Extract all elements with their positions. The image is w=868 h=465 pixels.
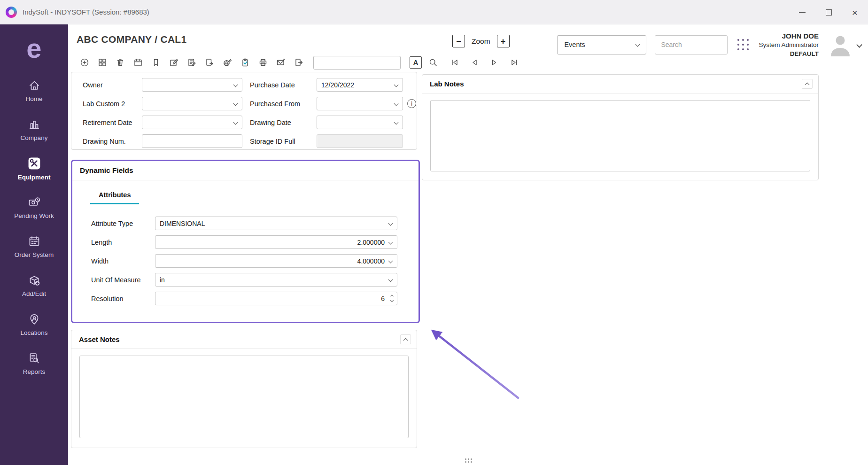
sidebar-item-locations[interactable]: Locations xyxy=(0,305,68,344)
copy-layout-icon xyxy=(98,58,107,67)
bookmark-icon xyxy=(151,58,161,67)
doc-transfer-button[interactable] xyxy=(202,56,216,70)
resolution-spinner[interactable]: 6 xyxy=(155,292,397,305)
bookmark-button[interactable] xyxy=(149,56,163,70)
print-icon xyxy=(258,58,268,67)
toolbar-search-button[interactable] xyxy=(426,56,440,70)
memo-edit-button[interactable] xyxy=(185,56,198,70)
sidebar: e Home Company Equipment xyxy=(0,24,68,465)
quick-filter-input[interactable] xyxy=(313,56,401,70)
sidebar-item-equipment[interactable]: Equipment xyxy=(0,149,68,188)
tab-attributes[interactable]: Attributes xyxy=(90,191,139,204)
minimize-button[interactable] xyxy=(789,0,815,24)
dynamic-fields-panel: Dynamic Fields Attributes Attribute Type… xyxy=(71,160,420,323)
field-label-drawing-num: Drawing Num. xyxy=(83,138,142,145)
delete-button[interactable] xyxy=(113,56,127,70)
nav-next-button[interactable] xyxy=(487,56,501,70)
asset-notes-title: Asset Notes xyxy=(79,335,120,343)
maximize-button[interactable] xyxy=(815,0,842,24)
asset-notes-collapse-button[interactable] xyxy=(400,334,411,344)
search-input[interactable] xyxy=(655,35,728,54)
sidebar-item-pending-work[interactable]: Pending Work xyxy=(0,188,68,227)
spinner-buttons[interactable] xyxy=(391,295,393,302)
reports-icon xyxy=(28,352,40,364)
zoom-in-button[interactable]: + xyxy=(497,35,510,47)
purchase-date-select[interactable]: 12/20/2022 xyxy=(317,78,403,92)
lab-custom-2-select[interactable] xyxy=(142,97,242,110)
owner-select[interactable] xyxy=(142,78,242,92)
sidebar-item-label: Locations xyxy=(21,329,48,336)
chevron-down-icon xyxy=(394,120,399,125)
info-icon[interactable]: i xyxy=(407,99,416,108)
attribute-type-select[interactable]: DIMENSIONAL xyxy=(155,217,397,230)
drawing-num-input[interactable] xyxy=(142,134,242,148)
export-doc-button[interactable] xyxy=(292,56,305,70)
user-menu[interactable] xyxy=(827,33,861,56)
user-info: JOHN DOE System Administrator DEFAULT xyxy=(759,31,819,59)
pending-work-icon xyxy=(28,196,40,209)
indysoft-logo-icon xyxy=(6,7,17,18)
nav-prev-icon xyxy=(470,58,479,67)
chevron-up-icon xyxy=(390,294,394,298)
purchased-from-select[interactable] xyxy=(317,97,403,110)
delete-icon xyxy=(116,58,125,67)
sidebar-item-order-system[interactable]: Order System xyxy=(0,227,68,266)
record-navigation xyxy=(448,56,520,70)
chevron-down-icon xyxy=(636,42,640,46)
events-dropdown[interactable]: Events xyxy=(557,35,646,54)
sidebar-item-label: Pending Work xyxy=(14,212,54,219)
asset-notes-textarea[interactable] xyxy=(79,356,409,438)
sidebar-item-company[interactable]: Company xyxy=(0,110,68,149)
window-title: IndySoft - INDYSOFT (Session: #89683) xyxy=(23,8,149,16)
dynamic-fields-tabs: Attributes xyxy=(90,191,418,204)
edit-button[interactable] xyxy=(167,56,180,70)
attribute-type-row: Attribute Type DIMENSIONAL xyxy=(91,217,418,230)
field-label-width: Width xyxy=(91,257,155,265)
splitter-grip[interactable] xyxy=(465,458,472,463)
sidebar-item-home[interactable]: Home xyxy=(0,71,68,110)
text-style-toggle-button[interactable]: A xyxy=(410,56,422,69)
locations-icon xyxy=(28,313,40,326)
zoom-out-button[interactable]: − xyxy=(452,35,465,47)
lab-notes-textarea[interactable] xyxy=(430,100,810,171)
chevron-down-icon xyxy=(388,240,393,245)
nav-last-button[interactable] xyxy=(507,56,520,70)
add-record-button[interactable] xyxy=(78,56,91,70)
chevron-down-icon xyxy=(390,299,394,302)
resolution-row: Resolution 6 xyxy=(91,292,418,305)
events-dropdown-value: Events xyxy=(564,41,585,48)
calendar-event-icon xyxy=(133,58,143,67)
copy-layout-button[interactable] xyxy=(95,56,109,70)
print-button[interactable] xyxy=(256,56,270,70)
lab-notes-collapse-button[interactable] xyxy=(802,79,813,89)
unit-of-measure-select[interactable]: in xyxy=(155,273,397,287)
sidebar-item-reports[interactable]: Reports xyxy=(0,344,68,383)
width-select[interactable]: 4.000000 xyxy=(155,254,397,268)
drawing-date-select[interactable] xyxy=(317,116,403,129)
nav-first-button[interactable] xyxy=(448,56,461,70)
field-label-lab-custom-2: Lab Custom 2 xyxy=(83,100,142,108)
unit-of-measure-value: in xyxy=(160,276,165,284)
clipboard-check-button[interactable] xyxy=(238,56,252,70)
chevron-down-icon xyxy=(394,101,399,106)
field-label-storage-id-full: Storage ID Full xyxy=(242,138,317,145)
chevron-down-icon xyxy=(388,259,393,264)
app-grid-icon[interactable] xyxy=(736,38,750,52)
chevron-down-icon xyxy=(233,101,238,106)
order-system-icon xyxy=(28,235,40,248)
retirement-date-select[interactable] xyxy=(142,116,242,129)
nav-prev-button[interactable] xyxy=(467,56,481,70)
resolution-value: 6 xyxy=(381,295,385,302)
zoom-label: Zoom xyxy=(472,37,490,46)
titlebar: IndySoft - INDYSOFT (Session: #89683) × xyxy=(0,0,868,24)
asset-details-panel: Owner Purchase Date 12/20/2022 Lab Custo… xyxy=(71,72,417,150)
sidebar-item-add-edit[interactable]: Add/Edit xyxy=(0,266,68,305)
length-select[interactable]: 2.000000 xyxy=(155,235,397,249)
link-edit-button[interactable] xyxy=(220,56,234,70)
email-button[interactable] xyxy=(274,56,287,70)
field-label-purchase-date: Purchase Date xyxy=(242,81,317,89)
close-button[interactable]: × xyxy=(842,0,868,24)
field-label-unit-of-measure: Unit Of Measure xyxy=(91,276,155,284)
calendar-event-button[interactable] xyxy=(131,56,145,70)
export-doc-icon xyxy=(294,58,303,67)
